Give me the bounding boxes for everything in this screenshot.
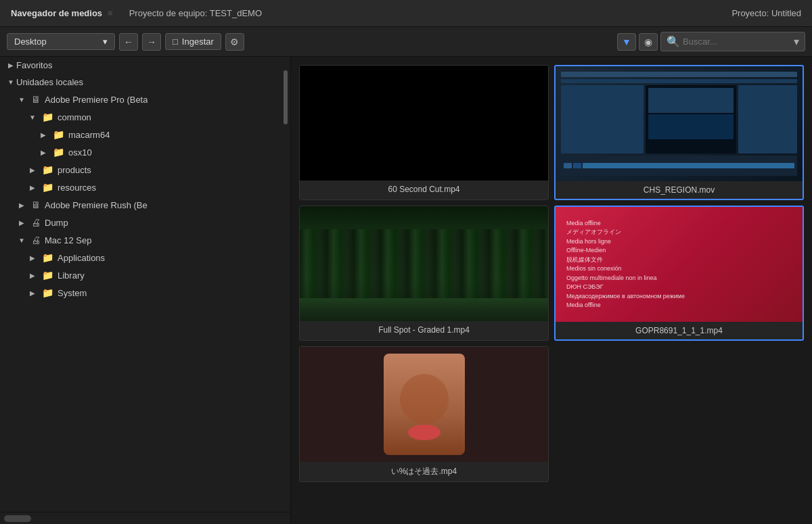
sidebar-item-applications[interactable]: ▶ 📁 Applications	[0, 249, 290, 266]
back-icon: ←	[124, 37, 133, 47]
drive-icon: 🖨	[31, 235, 41, 245]
sidebar-item-osx10[interactable]: ▶ 📁 osx10	[0, 143, 290, 161]
folder-icon: 📁	[42, 164, 53, 175]
sidebar-item-label: System	[58, 288, 87, 298]
main-content: ▶ Favoritos ▼ Unidades locales ▼ 🖥 Adobe…	[0, 57, 812, 524]
ingest-button[interactable]: □ Ingestar	[165, 33, 221, 50]
sidebar-item-mac12sep[interactable]: ▼ 🖨 Mac 12 Sep	[0, 231, 290, 249]
media-thumbnail	[300, 206, 548, 321]
ingest-icon: □	[173, 37, 178, 47]
media-thumbnail	[300, 347, 548, 462]
sidebar-item-label: products	[58, 165, 91, 175]
folder-icon: 📁	[42, 182, 53, 193]
settings-icon: ⚙	[230, 37, 239, 47]
sidebar-item-resources[interactable]: ▶ 📁 resources	[0, 178, 290, 196]
media-grid: 60 Second Cut.mp4	[291, 57, 812, 524]
app-title: Navegador de medios ≡	[11, 8, 113, 18]
sidebar-item-label: common	[58, 112, 91, 122]
arrow-icon: ▶	[5, 62, 16, 69]
media-label: い%はそ過去.mp4	[300, 462, 548, 481]
media-card[interactable]: 60 Second Cut.mp4	[299, 65, 549, 200]
sidebar-item-label: Unidades locales	[16, 77, 83, 87]
thumb-visual	[300, 66, 548, 181]
arrow-icon: ▼	[27, 114, 38, 121]
arrow-icon: ▼	[5, 78, 16, 86]
sidebar-item-products[interactable]: ▶ 📁 products	[0, 161, 290, 178]
media-card[interactable]: CHS_REGION.mov	[554, 65, 804, 200]
location-dropdown[interactable]: Desktop ▾	[7, 33, 115, 50]
search-icon: 🔍	[667, 35, 680, 48]
filter-button[interactable]: ▼	[617, 33, 636, 51]
arrow-icon: ▶	[16, 201, 27, 209]
sidebar-item-label: macarm64	[68, 130, 110, 140]
media-label: GOPR8691_1_1_1.mp4	[556, 322, 803, 339]
view-icon: ◉	[644, 37, 652, 47]
media-thumbnail	[556, 66, 803, 181]
media-card[interactable]: Full Spot - Graded 1.mp4	[299, 206, 549, 341]
sidebar-item-macarm64[interactable]: ▶ 📁 macarm64	[0, 126, 290, 143]
horizontal-scrollbar[interactable]	[4, 515, 31, 522]
sidebar-item-label: osx10	[68, 147, 92, 158]
thumb-visual: Media offline メディアオフライン Media hors ligne…	[556, 207, 803, 322]
arrow-icon: ▶	[38, 149, 49, 156]
forward-button[interactable]: →	[142, 33, 161, 51]
drive-icon: 🖥	[31, 94, 41, 105]
arrow-icon: ▶	[27, 166, 38, 174]
project1: Proyecto de equipo: TEST_dEMO	[129, 8, 262, 18]
location-label: Desktop	[14, 37, 47, 47]
folder-icon: 📁	[42, 270, 53, 281]
folder-icon: 📁	[42, 112, 53, 122]
folder-icon: 📁	[53, 129, 64, 140]
search-bar[interactable]: 🔍 ▾	[660, 32, 805, 51]
settings-button[interactable]: ⚙	[225, 33, 244, 51]
toolbar: Desktop ▾ ← → □ Ingestar ⚙ ▼ ◉ 🔍 ▾	[0, 27, 812, 57]
scroll-indicator[interactable]	[284, 70, 288, 124]
sidebar-item-premiere-pro[interactable]: ▼ 🖥 Adobe Premiere Pro (Beta	[0, 91, 290, 108]
sidebar-bottom-bar	[0, 512, 290, 524]
offline-text: Media offline メディアオフライン Media hors ligne…	[566, 219, 685, 310]
sidebar-item-dump[interactable]: ▶ 🖨 Dump	[0, 214, 290, 231]
sidebar-item-label: Dump	[45, 218, 68, 228]
menu-icon[interactable]: ≡	[108, 8, 113, 18]
media-label: CHS_REGION.mov	[556, 181, 803, 199]
sidebar-item-label: Adobe Premiere Pro (Beta	[45, 95, 148, 105]
top-bar: Navegador de medios ≡ Proyecto de equipo…	[0, 0, 812, 27]
title-text: Navegador de medios	[11, 8, 102, 18]
portrait-face	[384, 354, 465, 455]
sidebar: ▶ Favoritos ▼ Unidades locales ▼ 🖥 Adobe…	[0, 57, 291, 524]
media-card[interactable]: い%はそ過去.mp4	[299, 346, 549, 482]
media-thumbnail: Media offline メディアオフライン Media hors ligne…	[556, 207, 803, 322]
sidebar-item-system[interactable]: ▶ 📁 System	[0, 284, 290, 302]
sidebar-item-label: Mac 12 Sep	[45, 235, 91, 245]
thumb-visual	[556, 66, 803, 181]
sidebar-item-library[interactable]: ▶ 📁 Library	[0, 266, 290, 284]
ingest-label: Ingestar	[182, 37, 214, 47]
media-label: 60 Second Cut.mp4	[300, 181, 548, 198]
search-input[interactable]	[683, 37, 791, 47]
arrow-icon: ▶	[27, 289, 38, 297]
folder-icon: 📁	[42, 287, 53, 298]
view-button[interactable]: ◉	[639, 33, 658, 51]
arrow-icon: ▶	[27, 184, 38, 191]
sidebar-item-label: Adobe Premiere Rush (Be	[45, 200, 148, 210]
media-label: Full Spot - Graded 1.mp4	[300, 321, 548, 339]
sidebar-item-common[interactable]: ▼ 📁 common	[0, 108, 290, 126]
sidebar-item-label: Favoritos	[16, 60, 52, 70]
media-thumbnail	[300, 66, 548, 181]
media-card[interactable]: Media offline メディアオフライン Media hors ligne…	[554, 206, 804, 341]
sidebar-item-favorites[interactable]: ▶ Favoritos	[0, 57, 290, 74]
sidebar-item-local-drives[interactable]: ▼ Unidades locales	[0, 74, 290, 91]
sidebar-item-premiere-rush[interactable]: ▶ 🖥 Adobe Premiere Rush (Be	[0, 196, 290, 214]
arrow-icon: ▶	[16, 219, 27, 227]
search-dropdown-icon[interactable]: ▾	[794, 35, 799, 48]
project2: Proyecto: Untitled	[731, 8, 801, 18]
thumb-visual	[300, 347, 548, 462]
forward-icon: →	[147, 37, 156, 47]
back-button[interactable]: ←	[119, 33, 138, 51]
filter-icon: ▼	[622, 37, 631, 47]
sidebar-item-label: resources	[58, 183, 96, 193]
folder-icon: 📁	[53, 147, 64, 158]
arrow-icon: ▶	[27, 254, 38, 262]
chevron-down-icon: ▾	[103, 37, 108, 47]
folder-icon: 📁	[42, 252, 53, 263]
